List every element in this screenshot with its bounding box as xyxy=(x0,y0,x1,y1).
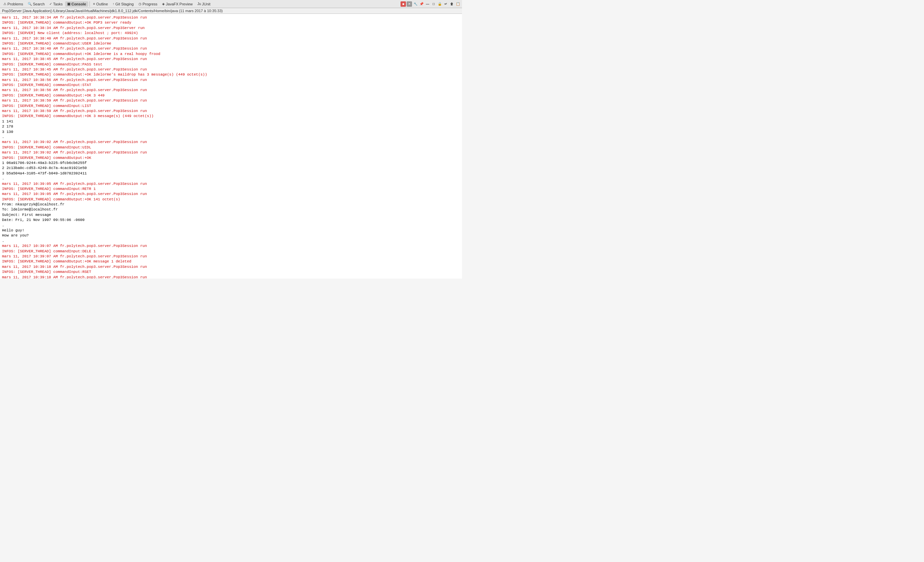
console-line: mars 11, 2017 10:39:02 AM fr.polytech.po… xyxy=(2,140,460,145)
console-line: INFOS: [SERVER_THREAD] commandOutput:+OK… xyxy=(2,114,460,119)
tab-javafx-preview[interactable]: ◈ JavaFX Preview xyxy=(160,1,195,7)
tab-problems-label: Problems xyxy=(8,2,23,6)
tab-problems[interactable]: ⚠ Problems xyxy=(2,1,25,7)
tab-progress[interactable]: ◷ Progress xyxy=(136,1,159,7)
console-line: mars 11, 2017 10:38:40 AM fr.polytech.po… xyxy=(2,36,460,41)
separator-1 xyxy=(90,1,90,7)
word-wrap-button[interactable]: ↵ xyxy=(443,1,448,7)
tools-button[interactable]: 🔧 xyxy=(413,1,418,7)
console-line: INFOS: [SERVER_THREAD] commandInput:STAT xyxy=(2,83,460,88)
console-line: Hello guy! xyxy=(2,228,460,233)
console-line: . xyxy=(2,135,460,140)
console-line: INFOS: [SERVER_THREAD] commandInput:RSET xyxy=(2,269,460,275)
tab-tasks-label: Tasks xyxy=(53,2,63,6)
tasks-icon: ✓ xyxy=(49,2,52,6)
search-icon: 🔍 xyxy=(28,2,32,6)
console-line: mars 11, 2017 10:38:40 AM fr.polytech.po… xyxy=(2,46,460,51)
console-line: INFOS: [SERVER_THREAD] commandInput:LIST xyxy=(2,103,460,109)
console-line: From: nkasprzyk@localhost.fr xyxy=(2,202,460,207)
console-line: Subject: First message xyxy=(2,212,460,218)
console-line: mars 11, 2017 10:38:45 AM fr.polytech.po… xyxy=(2,57,460,62)
tab-git-staging[interactable]: ↑ Git Staging xyxy=(111,1,136,7)
tab-search-label: Search xyxy=(33,2,45,6)
console-line: mars 11, 2017 10:39:18 AM fr.polytech.po… xyxy=(2,265,460,269)
copy-button[interactable]: 📋 xyxy=(455,1,460,7)
tab-git-staging-label: Git Staging xyxy=(116,2,134,6)
progress-icon: ◷ xyxy=(138,2,141,6)
tab-search[interactable]: 🔍 Search xyxy=(26,1,46,7)
console-line: INFOS: [SERVER_THREAD] commandOutput:+OK… xyxy=(2,52,460,57)
tab-outline-label: Outline xyxy=(96,2,108,6)
toolbar-right-buttons: ■ ✕ 🔧 📌 — □ 🔒 ↵ 🗑 📋 xyxy=(400,1,460,7)
problems-icon: ⚠ xyxy=(3,2,6,6)
tab-javafx-label: JavaFX Preview xyxy=(166,2,192,6)
console-line: mars 11, 2017 10:39:05 AM fr.polytech.po… xyxy=(2,181,460,187)
console-title-text: Pop3Server [Java Application] /Library/J… xyxy=(2,9,222,13)
console-line: Date: Fri, 21 Nov 1997 09:55:06 -0600 xyxy=(2,218,460,223)
console-line: INFOS: [SERVER_THREAD] commandOutput:+OK… xyxy=(2,259,460,264)
console-line: INFOS: [SERVER_THREAD] commandOutput:+OK… xyxy=(2,197,460,202)
clear-button[interactable]: 🗑 xyxy=(449,1,454,7)
console-line: mars 11, 2017 10:39:02 AM fr.polytech.po… xyxy=(2,150,460,155)
javafx-icon: ◈ xyxy=(162,2,165,6)
scroll-lock-button[interactable]: 🔒 xyxy=(437,1,442,7)
tab-progress-label: Progress xyxy=(142,2,158,6)
console-line: mars 11, 2017 10:39:05 AM fr.polytech.po… xyxy=(2,191,460,197)
console-line: 1 141 xyxy=(2,119,460,124)
console-line: INFOS: [SERVER_THREAD] commandInput:RETR… xyxy=(2,187,460,191)
junit-icon: Ju xyxy=(198,2,201,6)
console-line: mars 11, 2017 10:38:56 AM fr.polytech.po… xyxy=(2,78,460,83)
tab-outline[interactable]: ≡ Outline xyxy=(91,1,110,7)
console-title-bar: Pop3Server [Java Application] /Library/J… xyxy=(0,8,462,14)
console-line: mars 11, 2017 10:38:34 AM fr.polytech.po… xyxy=(2,15,460,20)
maximize-button[interactable]: □ xyxy=(431,1,436,7)
console-line: INFOS: [SERVER_THREAD] commandInput:DELE… xyxy=(2,249,460,254)
tab-console[interactable]: ▣ Console xyxy=(65,1,88,7)
tab-junit-label: JUnit xyxy=(202,2,210,6)
tab-tasks[interactable]: ✓ Tasks xyxy=(47,1,64,7)
console-line: How are you? xyxy=(2,233,460,238)
tab-console-label: Console xyxy=(71,2,86,6)
console-line: INFOS: [SERVER_THREAD] commandOutput:+OK… xyxy=(2,72,460,77)
console-line: 2 2c13ba0c-cd53-4249-8c7a-4cac91921e50 xyxy=(2,166,460,171)
console-line: . xyxy=(2,239,460,244)
console-line: . xyxy=(2,223,460,228)
console-line: INFOS: [SERVER_THREAD] commandOutput:+OK… xyxy=(2,93,460,98)
stop-button[interactable]: ■ xyxy=(400,1,406,7)
console-line: INFOS: [SERVER_THREAD] commandInput:USER… xyxy=(2,41,460,46)
console-line: INFOS: [SERVER_THREAD] commandOutput:+OK xyxy=(2,155,460,161)
console-line: mars 11, 2017 10:39:07 AM fr.polytech.po… xyxy=(2,254,460,259)
tab-junit[interactable]: Ju JUnit xyxy=(195,1,213,7)
console-line: mars 11, 2017 10:38:59 AM fr.polytech.po… xyxy=(2,109,460,114)
console-line: 1 06a91706-9244-49a3-b225-9fcb6cb6255f xyxy=(2,161,460,166)
git-staging-icon: ↑ xyxy=(113,2,114,6)
console-line: mars 11, 2017 10:38:34 AM fr.polytech.po… xyxy=(2,25,460,31)
console-line: 2 178 xyxy=(2,124,460,129)
console-line: 3 130 xyxy=(2,130,460,135)
outline-icon: ≡ xyxy=(93,2,95,6)
console-line: To: ldelorme@localhost.fr xyxy=(2,207,460,212)
console-line: mars 11, 2017 10:38:56 AM fr.polytech.po… xyxy=(2,88,460,93)
console-line: mars 11, 2017 10:38:59 AM fr.polytech.po… xyxy=(2,98,460,103)
console-line: mars 11, 2017 10:39:18 AM fr.polytech.po… xyxy=(2,275,460,279)
console-output[interactable]: mars 11, 2017 10:38:34 AM fr.polytech.po… xyxy=(0,14,462,279)
console-line: INFOS: [SERVER_THREAD] commandOutput:+OK… xyxy=(2,20,460,25)
console-line: INFOS: [SERVER] New client (address: loc… xyxy=(2,31,460,36)
minimize-button[interactable]: — xyxy=(425,1,430,7)
console-line: . xyxy=(2,176,460,181)
console-line: mars 11, 2017 10:38:45 AM fr.polytech.po… xyxy=(2,67,460,72)
toolbar: ⚠ Problems 🔍 Search ✓ Tasks ▣ Console ≡ … xyxy=(0,0,462,8)
console-line: INFOS: [SERVER_THREAD] commandInput:PASS… xyxy=(2,62,460,67)
pin-button[interactable]: 📌 xyxy=(419,1,424,7)
console-line: mars 11, 2017 10:39:07 AM fr.polytech.po… xyxy=(2,244,460,249)
console-line: INFOS: [SERVER_THREAD] commandInput:UIDL xyxy=(2,145,460,150)
close-console-button[interactable]: ✕ xyxy=(406,1,412,7)
console-line: 3 b5a504a4-3105-473f-b049-1d8782392411 xyxy=(2,171,460,176)
console-icon: ▣ xyxy=(67,2,70,6)
